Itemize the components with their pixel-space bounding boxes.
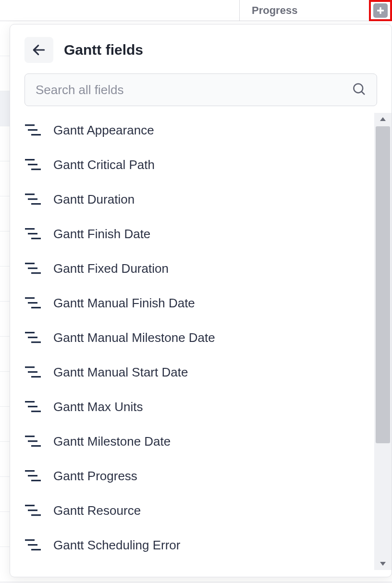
field-item-label: Gantt Fixed Duration bbox=[53, 261, 169, 276]
svg-rect-42 bbox=[25, 539, 35, 541]
svg-rect-18 bbox=[25, 263, 35, 264]
field-list-item[interactable]: Gantt Progress bbox=[24, 459, 371, 493]
gantt-icon bbox=[24, 329, 42, 346]
add-column-button[interactable] bbox=[373, 3, 388, 18]
field-list-item[interactable]: Gantt Critical Path bbox=[24, 147, 371, 182]
gantt-icon bbox=[24, 364, 42, 381]
field-list-item[interactable]: Gantt Finish Date bbox=[24, 217, 371, 251]
gantt-icon bbox=[24, 225, 42, 243]
field-list-item[interactable]: Gantt Manual Finish Date bbox=[24, 286, 371, 320]
field-item-label: Gantt Appearance bbox=[53, 123, 154, 138]
svg-rect-35 bbox=[31, 445, 41, 447]
gantt-icon bbox=[24, 294, 42, 312]
svg-rect-2 bbox=[377, 10, 384, 11]
svg-rect-24 bbox=[25, 332, 35, 333]
svg-rect-25 bbox=[28, 337, 37, 338]
svg-rect-21 bbox=[25, 297, 35, 299]
svg-rect-15 bbox=[25, 228, 35, 230]
field-item-label: Gantt Milestone Date bbox=[53, 434, 171, 449]
gantt-icon bbox=[24, 398, 42, 415]
field-item-label: Gantt Critical Path bbox=[53, 158, 155, 172]
svg-rect-26 bbox=[31, 341, 41, 343]
field-item-label: Gantt Manual Finish Date bbox=[53, 296, 195, 311]
svg-rect-33 bbox=[25, 436, 35, 437]
svg-rect-14 bbox=[31, 203, 41, 205]
gantt-icon bbox=[24, 467, 42, 485]
svg-rect-43 bbox=[28, 544, 37, 546]
header-divider bbox=[239, 0, 240, 21]
list-container: Gantt Appearance Gantt Critical Path Gan… bbox=[10, 113, 392, 570]
field-list: Gantt Appearance Gantt Critical Path Gan… bbox=[10, 113, 374, 570]
field-list-item[interactable]: Gantt Appearance bbox=[24, 113, 371, 147]
field-picker-popup: Gantt fields Gantt Appearance Gantt Crit… bbox=[10, 24, 392, 577]
svg-rect-19 bbox=[28, 267, 37, 269]
svg-rect-29 bbox=[31, 376, 41, 377]
search-icon bbox=[352, 82, 366, 98]
field-item-label: Gantt Progress bbox=[53, 469, 137, 484]
svg-rect-10 bbox=[28, 164, 37, 165]
svg-rect-12 bbox=[25, 194, 35, 195]
field-list-item[interactable]: Gantt Milestone Date bbox=[24, 424, 371, 459]
svg-rect-39 bbox=[25, 505, 35, 506]
field-item-label: Gantt Manual Milestone Date bbox=[53, 330, 215, 345]
svg-rect-30 bbox=[25, 401, 35, 402]
svg-rect-20 bbox=[31, 272, 41, 274]
field-item-label: Gantt Finish Date bbox=[53, 227, 150, 242]
column-header-progress[interactable]: Progress bbox=[252, 4, 297, 17]
plus-icon bbox=[376, 6, 385, 15]
gantt-icon bbox=[24, 433, 42, 450]
popup-header: Gantt fields bbox=[10, 37, 392, 63]
svg-marker-45 bbox=[380, 117, 386, 121]
gantt-icon bbox=[24, 502, 42, 519]
svg-rect-38 bbox=[31, 480, 41, 481]
svg-rect-41 bbox=[31, 514, 41, 516]
gantt-icon bbox=[24, 536, 42, 554]
svg-rect-28 bbox=[28, 371, 37, 373]
svg-rect-22 bbox=[28, 302, 37, 304]
svg-rect-32 bbox=[31, 411, 41, 412]
svg-line-5 bbox=[362, 92, 365, 95]
svg-rect-13 bbox=[28, 198, 37, 200]
field-list-item[interactable]: Gantt Fixed Duration bbox=[24, 251, 371, 286]
search-input[interactable] bbox=[36, 83, 352, 97]
svg-rect-17 bbox=[31, 238, 41, 239]
column-header-bar: Progress bbox=[0, 0, 392, 21]
scroll-down-button[interactable] bbox=[374, 558, 392, 570]
svg-marker-46 bbox=[380, 562, 386, 566]
add-column-highlight bbox=[369, 0, 392, 21]
gantt-icon bbox=[24, 191, 42, 208]
svg-rect-23 bbox=[31, 307, 41, 308]
gantt-icon bbox=[24, 156, 42, 173]
svg-rect-27 bbox=[25, 366, 35, 368]
back-button[interactable] bbox=[24, 37, 53, 63]
field-item-label: Gantt Resource bbox=[53, 503, 141, 518]
svg-rect-37 bbox=[28, 475, 37, 476]
gantt-icon bbox=[24, 121, 42, 139]
field-list-item[interactable]: Gantt Scheduling Error bbox=[24, 528, 371, 562]
field-list-item[interactable]: Gantt Manual Start Date bbox=[24, 355, 371, 389]
gantt-icon bbox=[24, 260, 42, 277]
field-list-item[interactable]: Gantt Duration bbox=[24, 182, 371, 217]
svg-rect-8 bbox=[31, 134, 41, 135]
popup-title: Gantt fields bbox=[64, 42, 143, 58]
field-list-item[interactable]: Gantt Manual Milestone Date bbox=[24, 320, 371, 355]
svg-rect-7 bbox=[28, 129, 37, 131]
svg-rect-34 bbox=[28, 440, 37, 442]
svg-rect-11 bbox=[31, 169, 41, 170]
search-field-wrap[interactable] bbox=[24, 73, 377, 106]
scroll-thumb[interactable] bbox=[376, 126, 390, 443]
field-item-label: Gantt Max Units bbox=[53, 400, 143, 414]
scrollbar[interactable] bbox=[374, 113, 392, 570]
svg-rect-44 bbox=[31, 549, 41, 550]
svg-rect-16 bbox=[28, 233, 37, 234]
svg-rect-40 bbox=[28, 510, 37, 511]
field-item-label: Gantt Manual Start Date bbox=[53, 365, 188, 380]
svg-rect-31 bbox=[28, 406, 37, 407]
field-item-label: Gantt Duration bbox=[53, 192, 135, 207]
field-list-item[interactable]: Gantt Max Units bbox=[24, 389, 371, 424]
field-list-item[interactable]: Gantt Resource bbox=[24, 493, 371, 528]
scroll-up-button[interactable] bbox=[374, 113, 392, 125]
svg-rect-36 bbox=[25, 470, 35, 472]
svg-rect-6 bbox=[25, 124, 35, 126]
field-item-label: Gantt Scheduling Error bbox=[53, 538, 180, 553]
